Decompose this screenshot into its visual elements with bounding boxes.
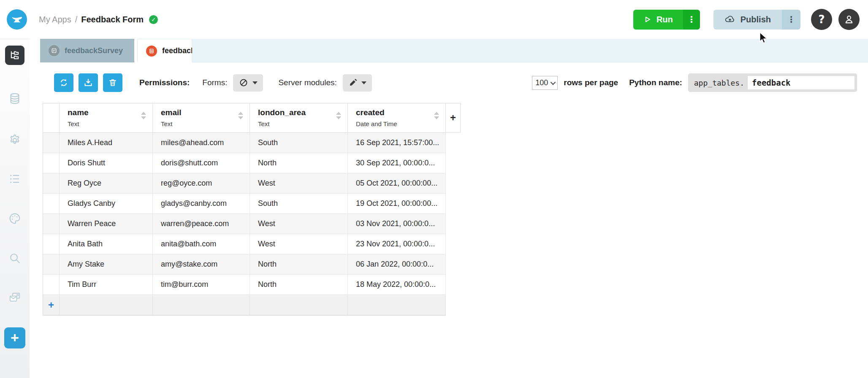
cell-london_area[interactable]: South [250,194,348,214]
sidebar-add-button[interactable]: + [4,327,25,348]
table-row: Gladys Canbygladys@canby.comSouth19 Oct … [43,194,446,214]
cell-email[interactable]: tim@burr.com [153,275,250,295]
cell-london_area[interactable]: West [250,214,348,234]
python-name-widget: app_tables. [688,73,857,92]
sort-toggle[interactable] [141,112,146,119]
row-handle[interactable] [43,254,60,275]
publish-options-button[interactable]: ⋮ [782,10,800,30]
server-modules-permission-dropdown[interactable] [343,74,372,92]
cell-email[interactable]: amy@stake.com [153,254,250,275]
download-icon [83,78,93,88]
sidebar-item-search[interactable] [8,252,21,265]
sidebar-item-data-tables[interactable] [8,92,22,106]
sort-toggle[interactable] [434,112,439,119]
new-cell[interactable] [348,295,446,315]
cell-name[interactable]: Miles A.Head [60,133,153,153]
cell-email[interactable]: reg@oyce.com [153,173,250,194]
new-cell[interactable] [153,295,250,315]
sort-desc-icon [434,116,439,119]
download-csv-button[interactable] [79,73,98,92]
sidebar-item-services[interactable] [8,291,22,304]
refresh-button[interactable] [54,73,73,92]
sidebar-item-outline[interactable] [8,173,22,185]
breadcrumb-my-apps[interactable]: My Apps [39,15,71,24]
column-header-created[interactable]: created Date and Time [348,103,446,133]
new-cell[interactable] [60,295,153,315]
cell-email[interactable]: gladys@canby.com [153,194,250,214]
add-column-button[interactable]: + [446,103,461,132]
server-modules-label: Server modules: [278,78,336,87]
delete-table-button[interactable] [103,73,122,92]
sort-toggle[interactable] [336,112,341,119]
new-row: + [43,295,446,315]
app-browser-icon [9,49,21,61]
sidebar-item-app-browser[interactable] [5,46,24,65]
tab-feedback[interactable]: feedback × [137,39,192,62]
cell-created[interactable]: 18 May 2022, 00:00:0... [348,275,446,295]
row-handle[interactable] [43,214,60,234]
sidebar: + [0,39,30,378]
cell-london_area[interactable]: North [250,153,348,173]
cell-created[interactable]: 06 Jan 2022, 00:00:0... [348,254,446,275]
anvil-logo[interactable] [7,9,27,30]
breadcrumb-app-name[interactable]: Feedback Form [81,15,144,24]
account-button[interactable] [838,9,860,30]
column-header-name[interactable]: name Text [60,103,153,133]
cell-name[interactable]: Amy Stake [60,254,153,275]
add-icon: + [11,330,19,345]
column-name: name [68,108,152,117]
cell-name[interactable]: Doris Shutt [60,153,153,173]
cell-email[interactable]: warren@peace.com [153,214,250,234]
cell-created[interactable]: 30 Sep 2021, 00:00:0... [348,153,446,173]
new-cell[interactable] [250,295,348,315]
cell-created[interactable]: 05 Oct 2021, 00:00:00... [348,173,446,194]
row-handle[interactable] [43,153,60,173]
column-type: Text [161,120,250,127]
rows-per-page-value: 100 [535,78,548,87]
run-options-button[interactable]: ⋮ [683,10,700,30]
help-button[interactable]: ? [811,9,832,30]
cell-created[interactable]: 19 Oct 2021, 00:00:00... [348,194,446,214]
sort-toggle[interactable] [238,112,243,119]
cell-name[interactable]: Warren Peace [60,214,153,234]
add-icon: + [450,112,456,124]
row-handle[interactable] [43,173,60,194]
cell-name[interactable]: Reg Oyce [60,173,153,194]
python-name-label: Python name: [629,78,682,87]
row-handle[interactable] [43,275,60,295]
tab-feedbacksurvey[interactable]: feedbackSurvey [40,39,134,62]
row-handle[interactable] [43,133,60,153]
cell-name[interactable]: Gladys Canby [60,194,153,214]
anvil-editor-window: My Apps / Feedback Form ✓ Run ⋮ [0,0,868,378]
row-handle[interactable] [43,234,60,254]
forms-permission-dropdown[interactable] [233,74,263,92]
cell-london_area[interactable]: North [250,275,348,295]
forms-label: Forms: [202,78,227,87]
cell-london_area[interactable]: South [250,133,348,153]
python-name-input[interactable] [748,76,854,89]
cell-london_area[interactable]: North [250,254,348,275]
python-name-prefix: app_tables. [694,78,744,87]
cell-created[interactable]: 03 Nov 2021, 00:00:0... [348,214,446,234]
publish-button[interactable]: Publish [713,10,782,30]
cell-london_area[interactable]: West [250,173,348,194]
sidebar-item-settings[interactable] [8,132,22,146]
cell-email[interactable]: doris@shutt.com [153,153,250,173]
run-button[interactable]: Run [633,10,683,30]
rows-per-page-select[interactable]: 100 [532,76,558,90]
add-row-button[interactable]: + [43,295,60,315]
sort-desc-icon [141,116,146,119]
row-handle[interactable] [43,194,60,214]
cell-email[interactable]: anita@bath.com [153,234,250,254]
cell-name[interactable]: Tim Burr [60,275,153,295]
no-entry-icon [239,78,249,88]
cell-created[interactable]: 23 Nov 2021, 00:00:0... [348,234,446,254]
cell-name[interactable]: Anita Bath [60,234,153,254]
column-header-london-area[interactable]: london_area Text [250,103,348,133]
cell-email[interactable]: miles@ahead.com [153,133,250,153]
cell-london_area[interactable]: West [250,234,348,254]
kebab-menu-icon: ⋮ [787,15,795,24]
cell-created[interactable]: 16 Sep 2021, 15:57:00... [348,133,446,153]
column-header-email[interactable]: email Text [153,103,250,133]
sidebar-item-theme[interactable] [8,212,22,225]
